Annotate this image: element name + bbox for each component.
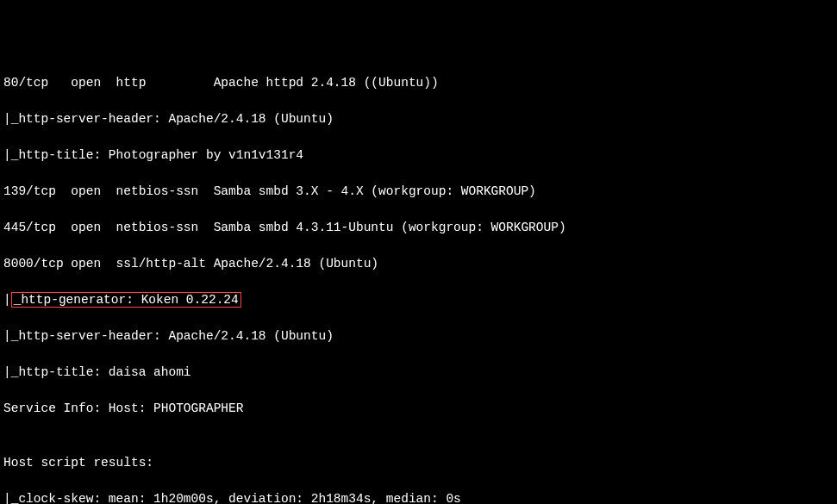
pipe-prefix: |	[3, 293, 11, 307]
output-line-clock-skew: |_clock-skew: mean: 1h20m00s, deviation:…	[3, 490, 834, 504]
output-line-http-title-2: |_http-title: daisa ahomi	[3, 364, 834, 382]
output-line-port-445: 445/tcp open netbios-ssn Samba smbd 4.3.…	[3, 219, 834, 237]
output-line-http-generator: |_http-generator: Koken 0.22.24	[3, 291, 834, 309]
highlight-http-generator: _http-generator: Koken 0.22.24	[11, 292, 241, 308]
output-line-port-139: 139/tcp open netbios-ssn Samba smbd 3.X …	[3, 183, 834, 201]
output-line-http-server-header-1: |_http-server-header: Apache/2.4.18 (Ubu…	[3, 110, 834, 128]
output-line-host-results: Host script results:	[3, 454, 834, 472]
output-line-port-8000: 8000/tcp open ssl/http-alt Apache/2.4.18…	[3, 255, 834, 273]
output-line-port-80: 80/tcp open http Apache httpd 2.4.18 ((U…	[3, 74, 834, 92]
output-line-http-title-1: |_http-title: Photographer by v1n1v131r4	[3, 146, 834, 165]
output-line-service-info: Service Info: Host: PHOTOGRAPHER	[3, 400, 834, 418]
output-line-http-server-header-2: |_http-server-header: Apache/2.4.18 (Ubu…	[3, 327, 834, 345]
